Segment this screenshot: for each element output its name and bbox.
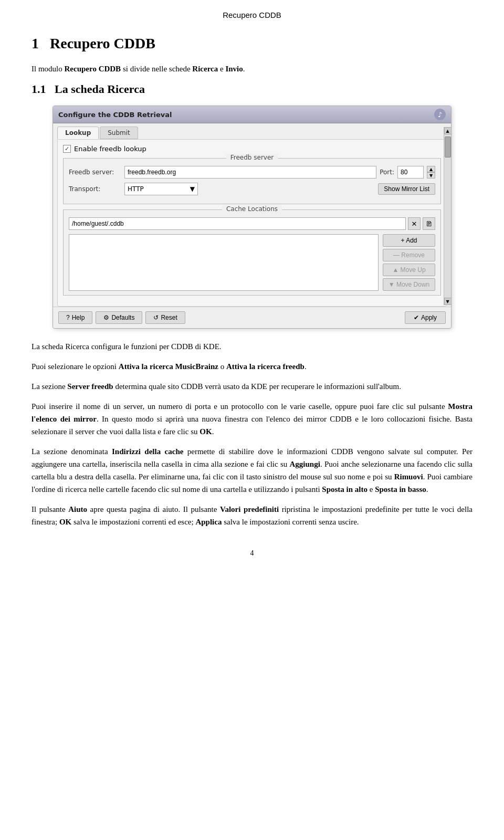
heading1-title: Recupero CDDB xyxy=(50,35,155,51)
header-title: Recupero CDDB xyxy=(223,10,281,19)
freedb-group-label: Freedb server xyxy=(226,154,278,161)
select-arrow-icon: ▼ xyxy=(190,185,195,193)
defaults-button[interactable]: ⚙ Defaults xyxy=(96,311,142,324)
dialog-title: Configure the CDDB Retrieval xyxy=(58,111,172,119)
scroll-thumb[interactable] xyxy=(445,136,451,158)
para6: Il pulsante Aiuto apre questa pagina di … xyxy=(32,503,472,528)
intro-paragraph: Il modulo Recupero CDDB si divide nelle … xyxy=(32,62,472,75)
cache-path-input[interactable] xyxy=(69,217,406,230)
section11-title: La scheda Ricerca xyxy=(55,82,145,96)
checkbox-label: Enable freedb lookup xyxy=(74,145,146,153)
para3: La sezione Server freedb determina quale… xyxy=(32,380,472,393)
scroll-down-arrow[interactable]: ▼ xyxy=(444,298,452,305)
transport-value: HTTP xyxy=(128,185,144,193)
reset-icon: ↺ xyxy=(153,314,159,321)
move-up-button[interactable]: ▲ Move Up xyxy=(383,264,435,276)
help-button[interactable]: ? Help xyxy=(58,311,92,324)
cache-list xyxy=(69,234,379,291)
defaults-label: Defaults xyxy=(111,314,134,321)
para5: La sezione denominata Indirizzi della ca… xyxy=(32,445,472,496)
port-input[interactable] xyxy=(397,166,424,178)
checkbox-row: ✓ Enable freedb lookup xyxy=(63,145,441,153)
server-field-label: Freedb server: xyxy=(69,169,121,176)
cache-list-area: + Add — Remove ▲ Move Up ▼ Move Down xyxy=(69,234,435,291)
spinner-down[interactable]: ▼ xyxy=(427,172,435,178)
page-footer: 4 xyxy=(32,549,472,558)
section11-number: 1.1 xyxy=(32,82,46,96)
dialog-titlebar: Configure the CDDB Retrieval ♪ xyxy=(53,106,451,123)
server-row: Freedb server: Port: ▲ ▼ xyxy=(69,166,435,178)
spinner-up[interactable]: ▲ xyxy=(427,166,435,172)
cache-group-label: Cache Locations xyxy=(222,205,282,213)
transport-select[interactable]: HTTP ▼ xyxy=(124,183,198,195)
freedb-group: Freedb server Freedb server: Port: ▲ ▼ T… xyxy=(63,158,441,204)
cache-buttons: + Add — Remove ▲ Move Up ▼ Move Down xyxy=(383,234,435,291)
dialog-content: ✓ Enable freedb lookup Freedb server Fre… xyxy=(57,139,447,307)
help-label: Help xyxy=(72,314,85,321)
scroll-up-arrow[interactable]: ▲ xyxy=(444,127,452,134)
port-spinner[interactable]: ▲ ▼ xyxy=(427,166,435,178)
reset-label: Reset xyxy=(161,314,177,321)
para4: Puoi inserire il nome di un server, un n… xyxy=(32,400,472,438)
tab-submit[interactable]: Submit xyxy=(100,127,138,139)
help-icon: ? xyxy=(66,314,70,321)
heading1-number: 1 xyxy=(32,35,39,51)
dialog-screenshot: Configure the CDDB Retrieval ♪ Lookup Su… xyxy=(52,106,452,329)
dialog-footer: ? Help ⚙ Defaults ↺ Reset ✔ Apply xyxy=(53,307,451,328)
cache-group: Cache Locations ✕ 🖹 + Add — Remove ▲ Mov… xyxy=(63,209,441,296)
footer-left-buttons: ? Help ⚙ Defaults ↺ Reset xyxy=(58,311,185,324)
folder-icon-btn[interactable]: 🖹 xyxy=(423,217,435,230)
transport-label: Transport: xyxy=(69,185,121,193)
move-down-button[interactable]: ▼ Move Down xyxy=(383,278,435,291)
scrollbar[interactable]: ▲ ▼ xyxy=(444,127,451,305)
server-input[interactable] xyxy=(124,166,376,178)
dialog-tabs: Lookup Submit xyxy=(53,123,451,139)
section11-heading: 1.1 La scheda Ricerca xyxy=(32,82,472,96)
remove-button[interactable]: — Remove xyxy=(383,249,435,261)
reset-button[interactable]: ↺ Reset xyxy=(145,311,185,324)
enable-checkbox[interactable]: ✓ xyxy=(63,145,71,153)
main-heading: 1 Recupero CDDB xyxy=(32,35,472,52)
add-button[interactable]: + Add xyxy=(383,234,435,247)
para1: La scheda Ricerca configura le funzioni … xyxy=(32,340,472,353)
clear-cache-icon-btn[interactable]: ✕ xyxy=(408,217,421,230)
port-label: Port: xyxy=(380,169,394,176)
cache-input-row: ✕ 🖹 xyxy=(69,217,435,230)
apply-label: Apply xyxy=(421,314,437,321)
para2: Puoi selezionare le opzioni Attiva la ri… xyxy=(32,360,472,373)
page-header: Recupero CDDB xyxy=(32,10,472,19)
show-mirror-list-button[interactable]: Show Mirror List xyxy=(378,183,435,195)
defaults-icon: ⚙ xyxy=(103,314,109,321)
page-number: 4 xyxy=(250,549,254,557)
apply-check-icon: ✔ xyxy=(414,314,419,321)
tab-lookup[interactable]: Lookup xyxy=(57,127,99,139)
transport-row: Transport: HTTP ▼ Show Mirror List xyxy=(69,183,435,195)
apply-button[interactable]: ✔ Apply xyxy=(405,311,446,324)
dialog-titlebar-icon: ♪ xyxy=(434,109,446,120)
